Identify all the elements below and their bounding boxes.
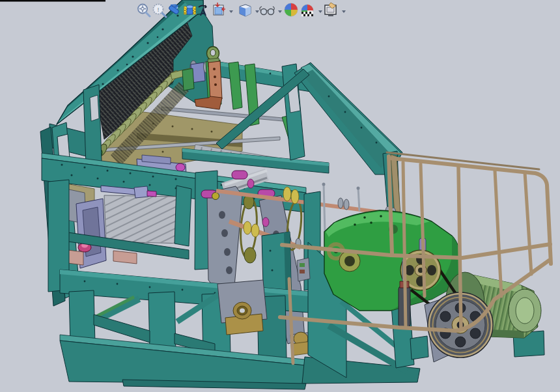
svg-text:!: ! bbox=[158, 7, 160, 13]
